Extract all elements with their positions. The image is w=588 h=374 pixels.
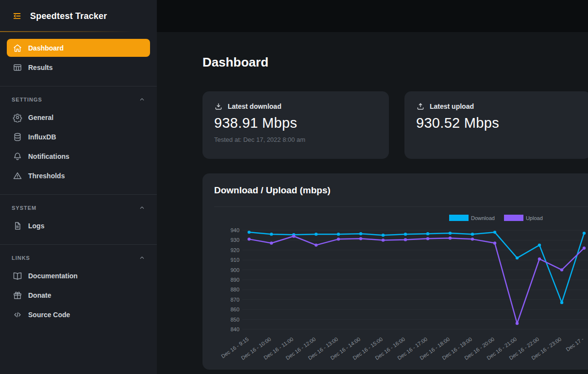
- svg-text:930: 930: [231, 237, 239, 243]
- warning-triangle-icon: [13, 171, 22, 181]
- chart-card: Download / Upload (mbps) Download Upload: [202, 173, 588, 370]
- page-title: Dashboard: [202, 55, 588, 69]
- svg-text:890: 890: [231, 277, 239, 283]
- sidebar-item-influxdb[interactable]: InfluxDB: [7, 128, 150, 146]
- download-swatch: [449, 215, 469, 221]
- book-icon: [13, 271, 22, 281]
- sidebar-item-label: InfluxDB: [28, 133, 56, 141]
- sidebar-item-documentation[interactable]: Documentation: [7, 267, 150, 285]
- legend-item-upload[interactable]: Upload: [504, 215, 543, 221]
- database-icon: [13, 132, 22, 142]
- chart-legend: Download Upload: [449, 215, 543, 221]
- legend-label: Download: [471, 215, 495, 221]
- svg-text:940: 940: [231, 227, 239, 233]
- svg-text:910: 910: [231, 257, 239, 263]
- sidebar-nav: Dashboard Results SETTINGS General: [0, 32, 157, 374]
- latest-upload-card: Latest upload 930.52 Mbps: [404, 91, 588, 159]
- chevron-up-icon: [139, 96, 145, 102]
- section-settings[interactable]: SETTINGS: [7, 86, 150, 108]
- svg-text:900: 900: [231, 267, 239, 273]
- sidebar-item-label: General: [28, 114, 53, 121]
- sidebar-item-label: Logs: [28, 222, 44, 230]
- section-title: LINKS: [12, 255, 30, 261]
- legend-item-download[interactable]: Download: [449, 215, 495, 221]
- tested-at-text: Tested at: Dec 17, 2022 8:00 am: [214, 136, 377, 143]
- document-icon: [13, 221, 22, 231]
- svg-text:850: 850: [231, 317, 239, 323]
- stat-card-label: Latest download: [228, 102, 281, 110]
- sidebar-item-logs[interactable]: Logs: [7, 217, 150, 235]
- sidebar-item-notifications[interactable]: Notifications: [7, 147, 150, 165]
- section-title: SYSTEM: [12, 205, 36, 211]
- svg-text:Dec 17 -: Dec 17 -: [565, 336, 585, 353]
- stat-card-header: Latest upload: [416, 102, 579, 111]
- code-icon: [13, 310, 22, 320]
- latest-download-card: Latest download 938.91 Mbps Tested at: D…: [202, 91, 389, 159]
- section-links[interactable]: LINKS: [7, 245, 150, 267]
- sidebar-header: Speedtest Tracker: [0, 0, 157, 32]
- sidebar-item-dashboard[interactable]: Dashboard: [7, 39, 150, 57]
- page-content: Dashboard Latest download 938.91 Mbps Te…: [157, 32, 588, 374]
- chart-title: Download / Upload (mbps): [202, 185, 588, 196]
- app-root: Speedtest Tracker Dashboard Results SETT…: [0, 0, 588, 374]
- table-icon: [13, 63, 22, 72]
- stat-card-header: Latest download: [214, 102, 377, 111]
- svg-text:880: 880: [231, 287, 239, 292]
- latest-upload-value: 930.52 Mbps: [416, 115, 579, 131]
- section-title: SETTINGS: [12, 97, 42, 102]
- chevron-up-icon: [139, 255, 145, 261]
- sidebar-item-label: Documentation: [28, 272, 78, 280]
- sidebar-item-label: Donate: [28, 291, 51, 299]
- sidebar-item-thresholds[interactable]: Thresholds: [7, 167, 150, 185]
- sidebar-collapse-icon[interactable]: [12, 11, 22, 21]
- section-system[interactable]: SYSTEM: [7, 195, 150, 217]
- bell-icon: [13, 152, 22, 161]
- upload-icon: [416, 102, 425, 111]
- stat-card-label: Latest upload: [430, 102, 474, 110]
- svg-text:840: 840: [231, 326, 239, 332]
- download-icon: [214, 102, 223, 111]
- stat-cards-row: Latest download 938.91 Mbps Tested at: D…: [202, 91, 588, 159]
- sidebar-item-label: Results: [28, 64, 53, 71]
- gift-icon: [13, 290, 22, 300]
- main-area: Dashboard Latest download 938.91 Mbps Te…: [157, 0, 588, 374]
- svg-text:870: 870: [231, 297, 239, 303]
- svg-text:860: 860: [231, 306, 239, 312]
- svg-text:920: 920: [231, 247, 239, 253]
- legend-label: Upload: [526, 215, 543, 221]
- chart-area: Download Upload 940930920910900890880870…: [202, 207, 588, 368]
- topbar: [157, 0, 588, 32]
- app-title: Speedtest Tracker: [30, 11, 107, 21]
- sidebar-item-label: Dashboard: [28, 44, 64, 52]
- sidebar-item-general[interactable]: General: [7, 108, 150, 126]
- sidebar-item-label: Source Code: [28, 311, 70, 319]
- sidebar-item-donate[interactable]: Donate: [7, 286, 150, 304]
- sidebar-item-results[interactable]: Results: [7, 58, 150, 76]
- sidebar: Speedtest Tracker Dashboard Results SETT…: [0, 0, 157, 374]
- download-upload-line-chart: 940930920910900890880870860850840Dec 16 …: [214, 213, 588, 368]
- upload-swatch: [504, 215, 523, 221]
- home-icon: [13, 43, 22, 53]
- sidebar-item-label: Thresholds: [28, 172, 65, 180]
- gear-icon: [13, 113, 22, 122]
- chevron-up-icon: [139, 204, 145, 211]
- latest-download-value: 938.91 Mbps: [214, 115, 377, 131]
- sidebar-item-source-code[interactable]: Source Code: [7, 306, 150, 323]
- sidebar-item-label: Notifications: [28, 153, 69, 160]
